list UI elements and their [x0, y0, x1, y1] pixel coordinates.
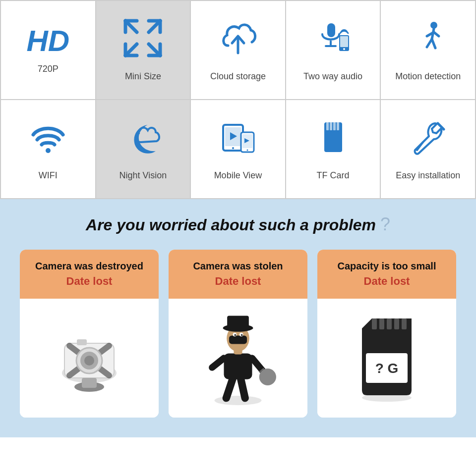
- svg-point-67: [241, 334, 243, 336]
- hd-icon: HD: [26, 26, 69, 56]
- svg-rect-37: [333, 122, 336, 130]
- feature-cloud-label: Cloud storage: [210, 71, 266, 82]
- thief-illustration: [196, 311, 280, 405]
- problem-title: Are you worried about such a problem ?: [15, 214, 461, 235]
- card-destroyed-body: [20, 299, 159, 418]
- mobile-view-icon: [218, 117, 258, 162]
- feature-cloud: Cloud storage: [191, 1, 286, 100]
- svg-rect-62: [227, 316, 249, 329]
- svg-line-56: [212, 358, 224, 368]
- feature-wifi: WIFI: [1, 100, 96, 199]
- card-stolen-title: Camera was stolen: [177, 261, 299, 272]
- feature-audio-label: Two way audio: [303, 71, 362, 82]
- card-destroyed-subtitle: Date lost: [28, 275, 151, 288]
- svg-point-28: [232, 147, 234, 149]
- feature-easy: Easy installation: [381, 100, 476, 199]
- wifi-icon: [28, 117, 68, 162]
- card-capacity-body: ? G: [317, 299, 456, 418]
- easy-install-icon: [408, 117, 448, 162]
- svg-rect-54: [224, 354, 252, 379]
- problem-card-capacity: Capacity is too small Date lost: [317, 250, 456, 418]
- card-destroyed-title: Camera was destroyed: [28, 261, 151, 272]
- svg-rect-35: [326, 122, 329, 130]
- svg-rect-71: [387, 318, 392, 329]
- mini-size-icon: [123, 18, 163, 63]
- card-stolen-subtitle: Date lost: [177, 275, 299, 288]
- problem-card-stolen: Camera was stolen Date lost: [169, 250, 307, 418]
- svg-line-52: [226, 377, 233, 398]
- sd-card-illustration: ? G: [347, 314, 426, 403]
- tf-card-icon: [313, 117, 353, 162]
- problem-section: Are you worried about such a problem ? C…: [0, 199, 476, 437]
- svg-rect-69: [372, 318, 377, 329]
- svg-line-24: [434, 32, 439, 36]
- broken-camera-illustration: [45, 314, 134, 403]
- problem-cards: Camera was destroyed Date lost: [15, 250, 461, 418]
- problem-card-destroyed: Camera was destroyed Date lost: [20, 250, 159, 418]
- feature-night: Night Vision: [96, 100, 191, 199]
- svg-rect-38: [337, 122, 339, 130]
- feature-motion: Motion detection: [381, 1, 476, 100]
- feature-mini-label: Mini Size: [125, 71, 161, 82]
- question-mark: ?: [380, 214, 390, 234]
- svg-rect-36: [330, 122, 332, 130]
- feature-tf-label: TF Card: [317, 170, 350, 181]
- svg-rect-72: [394, 318, 399, 329]
- feature-audio: Two way audio: [286, 1, 381, 100]
- card-stolen-body: [169, 299, 307, 418]
- svg-point-66: [234, 334, 236, 336]
- svg-point-18: [343, 48, 345, 50]
- card-capacity-subtitle: Date lost: [325, 275, 448, 288]
- cloud-upload-icon: [218, 18, 258, 63]
- svg-rect-13: [327, 23, 335, 37]
- svg-line-22: [432, 39, 435, 48]
- feature-easy-label: Easy installation: [396, 170, 460, 181]
- svg-rect-48: [77, 339, 87, 345]
- svg-rect-63: [229, 335, 247, 344]
- card-header-stolen: Camera was stolen Date lost: [169, 250, 307, 299]
- feature-hd-label: 720P: [38, 64, 59, 74]
- svg-line-53: [240, 377, 245, 398]
- card-header-capacity: Capacity is too small Date lost: [317, 250, 456, 299]
- night-vision-icon: [123, 117, 163, 162]
- svg-point-47: [84, 356, 94, 366]
- card-capacity-title: Capacity is too small: [325, 261, 448, 272]
- motion-detection-icon: [408, 18, 448, 63]
- feature-night-label: Night Vision: [119, 170, 167, 181]
- feature-motion-label: Motion detection: [395, 71, 461, 82]
- two-way-audio-icon: [313, 18, 353, 63]
- feature-mobile: Mobile View: [191, 100, 286, 199]
- svg-text:? G: ? G: [375, 361, 399, 376]
- card-header-destroyed: Camera was destroyed Date lost: [20, 250, 159, 299]
- feature-tf: TF Card: [286, 100, 381, 199]
- svg-rect-50: [82, 378, 97, 388]
- svg-point-32: [246, 150, 248, 151]
- svg-point-51: [215, 396, 262, 405]
- feature-grid: HD 720P Mini Size: [0, 0, 476, 199]
- feature-mini: Mini Size: [96, 1, 191, 100]
- feature-wifi-label: WIFI: [39, 170, 58, 181]
- svg-point-25: [46, 148, 51, 153]
- svg-rect-17: [340, 36, 348, 47]
- svg-rect-73: [402, 318, 407, 329]
- svg-rect-70: [379, 318, 384, 329]
- feature-hd: HD 720P: [1, 1, 96, 100]
- feature-mobile-label: Mobile View: [214, 170, 262, 181]
